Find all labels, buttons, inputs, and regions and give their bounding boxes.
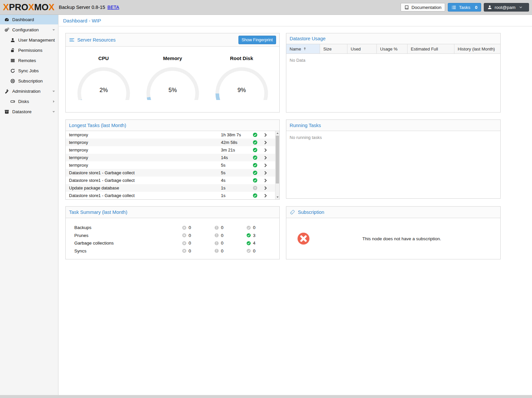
scroll-down-icon[interactable] <box>276 195 279 199</box>
task-row[interactable]: Update package database1s? <box>66 184 279 192</box>
summary-cell[interactable]: 0 <box>214 241 224 246</box>
summary-cell[interactable]: 0 <box>214 225 224 230</box>
task-duration: 5s <box>221 170 226 175</box>
sidebar-item-sync-jobs[interactable]: Sync Jobs <box>0 66 58 76</box>
summary-cell[interactable]: 4 <box>246 241 256 246</box>
summary-count: 0 <box>221 241 224 246</box>
summary-cell[interactable]: 0 <box>182 249 191 253</box>
beta-link[interactable]: BETA <box>107 5 119 10</box>
longest-tasks-panel: Longest Tasks (last Month) termproxy1h 3… <box>65 119 280 200</box>
tasks-button[interactable]: Tasks 0 <box>448 3 481 12</box>
no-subscription-icon <box>297 232 310 245</box>
column-header-size[interactable]: Size <box>320 44 347 53</box>
chevron-right-icon[interactable] <box>263 193 268 198</box>
task-row[interactable]: termproxy1h 38m 7s <box>66 131 279 139</box>
sidebar-item-label: Remotes <box>18 58 36 63</box>
sidebar-item-remotes[interactable]: Remotes <box>0 56 58 65</box>
scroll-up-icon[interactable] <box>276 131 279 135</box>
chevron-right-icon[interactable] <box>263 133 268 137</box>
task-name: Datastore store1 - Garbage collect <box>66 193 135 198</box>
column-label: Used <box>351 47 361 51</box>
sidebar-item-administration[interactable]: Administration <box>0 86 58 96</box>
sidebar-item-subscription[interactable]: Subscription <box>0 76 58 86</box>
sidebar-item-datastore[interactable]: Datastore <box>0 107 58 116</box>
summary-count: 0 <box>189 249 191 253</box>
documentation-button[interactable]: Documentation <box>401 3 445 12</box>
sidebar-item-dashboard[interactable]: Dashboard <box>0 15 58 24</box>
user-menu-button[interactable]: root@pam <box>484 3 529 12</box>
sidebar-item-disks[interactable]: Disks <box>0 97 58 106</box>
show-fingerprint-button[interactable]: Show Fingerprint <box>238 36 276 44</box>
chevron-right-icon[interactable] <box>263 171 268 175</box>
task-name: termproxy <box>66 148 88 152</box>
longest-tasks-title: Longest Tasks (last Month) <box>69 123 126 128</box>
task-duration: 1h 38m 7s <box>221 132 241 137</box>
task-duration: 5s <box>221 163 226 168</box>
caret-down-icon[interactable] <box>52 110 56 114</box>
summary-cell[interactable]: 0 <box>214 249 224 253</box>
book-icon <box>404 5 409 10</box>
status-ok-icon <box>253 178 258 183</box>
summary-row-prunes: Prunes003 <box>66 232 279 240</box>
status-ok-icon <box>253 132 258 137</box>
sidebar-item-permissions[interactable]: Permissions <box>0 46 58 55</box>
sort-ascending-icon <box>303 47 307 51</box>
ok-count-icon <box>246 225 251 230</box>
chevron-right-icon[interactable] <box>263 186 268 190</box>
task-duration: 3m 21s <box>221 148 235 152</box>
task-row[interactable]: termproxy3m 21s <box>66 146 279 154</box>
summary-cell[interactable]: 0 <box>214 233 224 238</box>
scrollbar-thumb[interactable] <box>276 136 279 183</box>
sidebar-item-label: User Management <box>18 38 55 43</box>
column-header-used[interactable]: Used <box>347 44 377 53</box>
column-header-history-last-month-[interactable]: History (last Month) <box>454 44 500 53</box>
status-ok-icon <box>253 155 258 160</box>
ok-count-icon <box>246 233 251 238</box>
task-row[interactable]: Datastore store1 - Garbage collect4s <box>66 177 279 184</box>
chevron-right-icon[interactable] <box>263 148 268 152</box>
task-row[interactable]: Datastore store1 - Garbage collect5s <box>66 169 279 177</box>
task-name: Datastore store1 - Garbage collect <box>66 170 135 175</box>
caret-right-icon[interactable] <box>52 99 56 104</box>
sidebar-item-label: Datastore <box>12 109 32 114</box>
running-tasks-title: Running Tasks <box>290 123 321 128</box>
column-header-name[interactable]: Name <box>286 44 320 53</box>
chevron-right-icon[interactable] <box>263 140 268 145</box>
task-row[interactable]: termproxy5s <box>66 161 279 169</box>
summary-cell[interactable]: 0 <box>182 241 191 246</box>
datastore-empty-text: No Data <box>286 54 500 67</box>
summary-row-garbage-collections: Garbage collections004 <box>66 239 279 247</box>
caret-down-icon[interactable] <box>52 89 56 93</box>
task-row[interactable]: termproxy14s <box>66 154 279 161</box>
datastore-usage-title: Datastore Usage <box>290 36 326 41</box>
user-icon <box>10 38 16 43</box>
summary-count: 0 <box>189 233 191 238</box>
chevron-right-icon[interactable] <box>263 155 268 160</box>
summary-count: 3 <box>253 233 256 238</box>
sidebar-item-user-management[interactable]: User Management <box>0 35 58 45</box>
summary-cell[interactable]: 0 <box>246 225 256 230</box>
summary-cell[interactable]: 3 <box>246 233 256 238</box>
task-row[interactable]: Datastore store1 - Garbage collect1s <box>66 192 279 199</box>
tasks-scrollbar[interactable] <box>275 131 279 199</box>
chevron-right-icon[interactable] <box>263 163 268 168</box>
caret-down-icon[interactable] <box>52 28 56 32</box>
sidebar-item-configuration[interactable]: Configuration <box>0 25 58 35</box>
longest-tasks-header: Longest Tasks (last Month) <box>66 120 279 131</box>
sidebar-item-label: Disks <box>18 99 29 104</box>
summary-cell[interactable]: 0 <box>182 233 191 238</box>
horizontal-scrollbar[interactable] <box>0 395 532 398</box>
task-duration: 42m 58s <box>221 140 237 145</box>
summary-label: Backups <box>66 225 91 230</box>
status-ok-icon <box>253 148 258 152</box>
sidebar-item-label: Dashboard <box>12 17 34 22</box>
summary-cell[interactable]: 0 <box>246 249 256 253</box>
running-tasks-empty-text: No running tasks <box>286 131 500 144</box>
column-header-estimated-full[interactable]: Estimated Full <box>408 44 454 53</box>
chevron-right-icon[interactable] <box>263 178 268 183</box>
column-header-usage-[interactable]: Usage % <box>377 44 408 53</box>
wrench-icon <box>4 89 10 94</box>
task-row[interactable]: termproxy42m 58s <box>66 139 279 146</box>
summary-cell[interactable]: 0 <box>182 225 191 230</box>
top-bar: XPROXMOX Backup Server 0.8-15 BETA Docum… <box>0 0 532 15</box>
